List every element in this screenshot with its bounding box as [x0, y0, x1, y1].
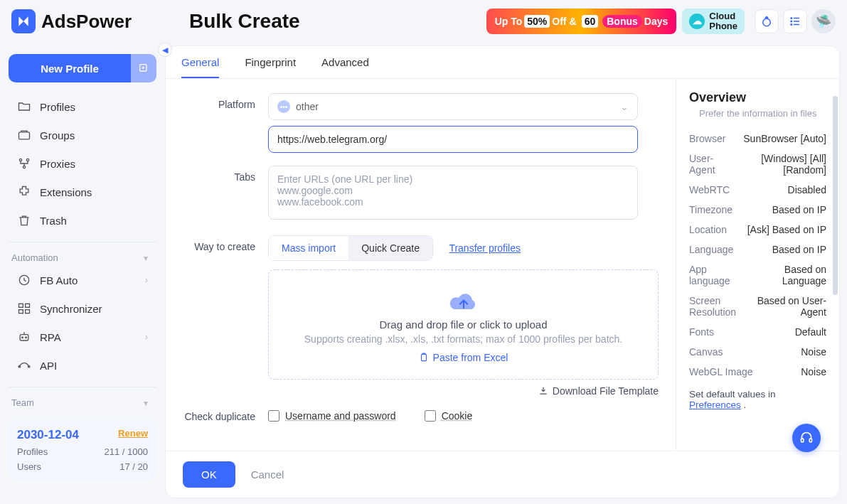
- platform-value: other: [296, 101, 319, 112]
- logo-area: AdsPower: [11, 9, 168, 33]
- svg-point-3: [790, 21, 792, 23]
- svg-rect-15: [19, 310, 23, 313]
- transfer-profiles-link[interactable]: Transfer profiles: [449, 242, 521, 254]
- overview-hint: Prefer the information in files: [689, 105, 826, 129]
- sidebar-item-synchronizer[interactable]: Synchronizer: [9, 294, 156, 323]
- overview-row: User-Agent[Windows] [All] [Random]: [689, 149, 826, 180]
- overview-row: WebGL ImageNoise: [689, 362, 826, 382]
- logo-icon: [11, 9, 36, 33]
- sidebar-item-proxies[interactable]: Proxies: [9, 149, 156, 178]
- cloud-upload-icon: [277, 290, 649, 314]
- platform-select[interactable]: ••• other ⌄: [268, 93, 638, 120]
- promo-banner[interactable]: Up To 50% Off & 60 Bonus Days: [486, 9, 677, 34]
- mass-import-button[interactable]: Mass import: [269, 236, 348, 260]
- svg-point-19: [26, 337, 27, 338]
- overview-row: WebRTCDisabled: [689, 180, 826, 200]
- check-username-password[interactable]: Username and password: [268, 409, 396, 422]
- svg-point-21: [28, 365, 29, 368]
- automation-section-label[interactable]: Automation▾: [9, 245, 156, 266]
- folder-icon: [17, 100, 31, 114]
- chevron-down-icon: ▾: [144, 398, 148, 408]
- way-to-create-segmented: Mass import Quick Create: [268, 235, 433, 261]
- platform-label: Platform: [183, 93, 268, 153]
- download-template-link[interactable]: Download File Template: [268, 385, 659, 397]
- check-duplicate-label: Check duplicate: [183, 409, 268, 422]
- sidebar-item-label: RPA: [40, 331, 61, 343]
- scrollbar[interactable]: [833, 96, 838, 295]
- sidebar-item-groups[interactable]: Groups: [9, 121, 156, 149]
- check-cookie[interactable]: Cookie: [425, 409, 473, 422]
- api-icon: [17, 358, 31, 372]
- topbar: AdsPower Bulk Create Up To 50% Off & 60 …: [0, 0, 847, 43]
- platform-other-icon: •••: [277, 100, 290, 113]
- svg-rect-14: [26, 304, 30, 307]
- chevron-right-icon: ›: [145, 332, 148, 342]
- support-fab[interactable]: [792, 424, 821, 452]
- sidebar-item-profiles[interactable]: Profiles: [9, 92, 156, 121]
- page-title: Bulk Create: [189, 10, 300, 33]
- overview-row: Location[Ask] Based on IP: [689, 220, 826, 240]
- sidebar-collapse-button[interactable]: ◀: [158, 43, 172, 57]
- sidebar-item-trash[interactable]: Trash: [9, 206, 156, 235]
- sidebar-item-label: Proxies: [40, 158, 75, 170]
- sidebar-item-fbauto[interactable]: FB Auto›: [9, 266, 156, 294]
- tabs-textarea[interactable]: [268, 166, 638, 220]
- sidebar-main-nav: Profiles Groups Proxies Extensions Trash: [9, 92, 156, 235]
- svg-rect-4: [794, 21, 799, 22]
- svg-rect-16: [26, 310, 30, 313]
- overview-row: FontsDefault: [689, 322, 826, 342]
- svg-rect-23: [801, 439, 804, 442]
- file-dropzone[interactable]: Drag and drop file or click to upload Su…: [268, 269, 659, 380]
- chevron-down-icon: ▾: [144, 253, 148, 263]
- sidebar-item-rpa[interactable]: RPA›: [9, 323, 156, 351]
- svg-rect-13: [19, 304, 23, 307]
- svg-point-0: [763, 18, 771, 26]
- tab-general[interactable]: General: [181, 56, 219, 78]
- license-date: 2030-12-04: [17, 428, 79, 441]
- dropzone-primary-text: Drag and drop file or click to upload: [277, 318, 649, 331]
- svg-rect-24: [809, 439, 811, 442]
- svg-point-20: [18, 365, 21, 368]
- paste-from-excel-link[interactable]: Paste from Excel: [419, 352, 508, 363]
- avatar[interactable]: 🛸: [811, 9, 836, 33]
- headset-icon: [799, 431, 814, 445]
- sidebar-item-extensions[interactable]: Extensions: [9, 178, 156, 206]
- sidebar-item-label: Synchronizer: [40, 303, 102, 315]
- cancel-button[interactable]: Cancel: [251, 468, 284, 481]
- chevron-down-icon: ⌄: [620, 101, 629, 112]
- svg-point-1: [790, 17, 792, 19]
- tab-fingerprint[interactable]: Fingerprint: [245, 56, 296, 78]
- cloud-phone-badge[interactable]: ☁ Cloud Phone: [682, 9, 745, 34]
- team-section-label[interactable]: Team▾: [9, 390, 156, 411]
- overview-footer: Set default values in Preferences .: [689, 389, 826, 410]
- rpa-icon: [17, 330, 31, 344]
- chevron-right-icon: ›: [145, 275, 148, 285]
- svg-point-9: [19, 159, 21, 161]
- form-area: Platform ••• other ⌄ Tabs: [166, 79, 676, 451]
- refresh-button[interactable]: [755, 9, 779, 33]
- svg-rect-17: [20, 335, 28, 341]
- platform-url-input[interactable]: [268, 126, 638, 153]
- sidebar-item-label: Extensions: [40, 186, 92, 198]
- tab-bar: General Fingerprint Advanced: [166, 46, 839, 79]
- tabs-label: Tabs: [183, 166, 268, 222]
- sidebar-item-label: API: [40, 360, 57, 372]
- overview-row: App languageBased on Language: [689, 259, 826, 291]
- cloud-phone-icon: ☁: [689, 14, 705, 29]
- ok-button[interactable]: OK: [183, 461, 235, 488]
- preferences-link[interactable]: Preferences: [689, 400, 741, 410]
- svg-rect-2: [794, 18, 799, 19]
- quick-create-button[interactable]: Quick Create: [348, 236, 432, 260]
- new-profile-plus-button[interactable]: [131, 54, 156, 82]
- proxy-icon: [17, 156, 31, 171]
- tab-advanced[interactable]: Advanced: [321, 56, 369, 78]
- new-profile-button[interactable]: New Profile: [9, 54, 131, 82]
- sidebar-item-label: FB Auto: [40, 274, 78, 286]
- list-button[interactable]: [783, 9, 807, 33]
- renew-link[interactable]: Renew: [118, 428, 148, 439]
- fbauto-icon: [17, 273, 31, 287]
- svg-point-11: [23, 166, 25, 168]
- sidebar-item-api[interactable]: API: [9, 351, 156, 380]
- overview-row: LanguageBased on IP: [689, 240, 826, 259]
- license-card: 2030-12-04 Renew Profiles211 / 1000 User…: [9, 419, 156, 481]
